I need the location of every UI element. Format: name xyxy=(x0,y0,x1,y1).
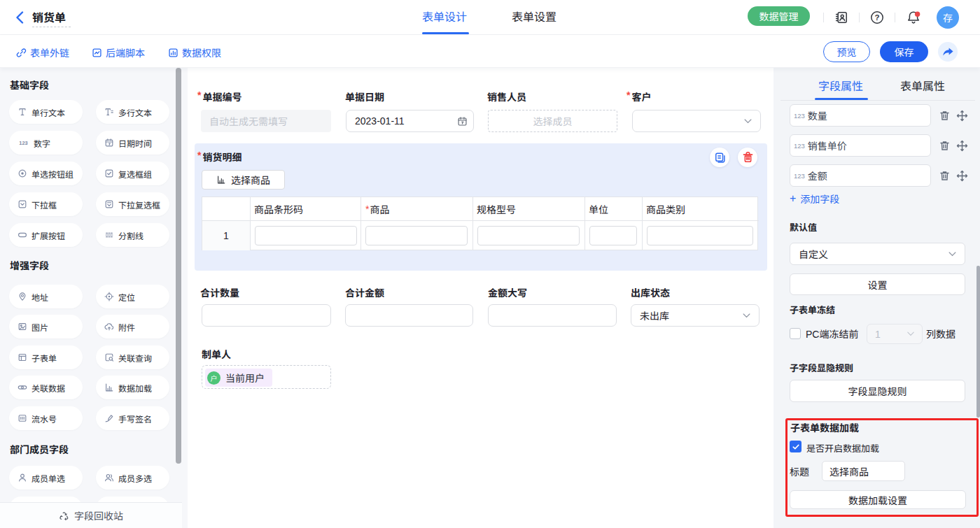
svg-text:?: ? xyxy=(874,13,879,22)
svg-text:123: 123 xyxy=(19,140,27,146)
